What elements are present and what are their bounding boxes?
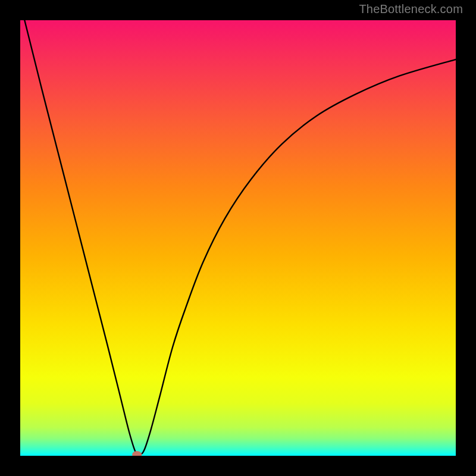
plot-area <box>20 20 456 456</box>
watermark-text: TheBottleneck.com <box>359 2 463 16</box>
bottleneck-curve <box>24 20 456 455</box>
optimal-point-marker <box>132 451 142 456</box>
curve-svg <box>20 20 456 456</box>
chart-frame: TheBottleneck.com <box>0 0 476 476</box>
